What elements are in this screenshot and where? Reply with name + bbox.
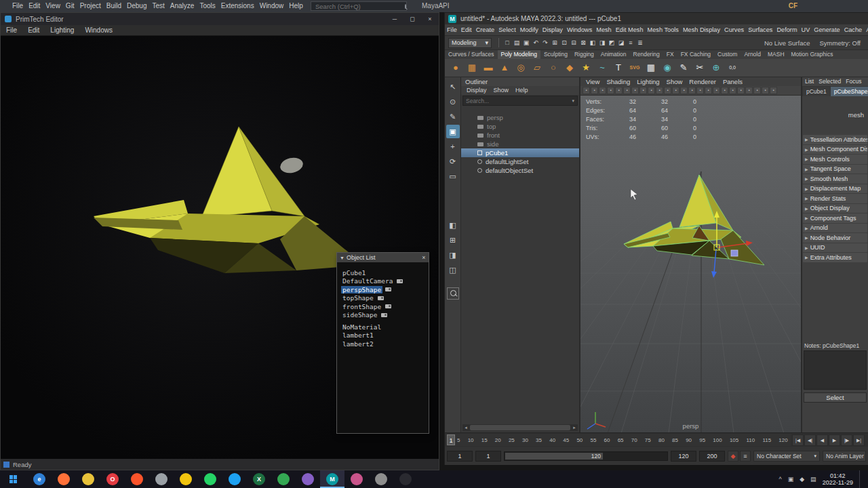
live-surface-label[interactable]: No Live Surface (764, 39, 810, 47)
maya-menu-item[interactable]: Deform (774, 24, 799, 35)
menu-set-dropdown[interactable]: Modeling ▾ (448, 38, 492, 48)
taskbar-app[interactable] (344, 470, 369, 488)
transport-button[interactable]: |▶ (841, 434, 852, 446)
top-menu-item[interactable]: Tools (197, 0, 218, 12)
attribute-section[interactable]: ▶ Displacement Map (803, 184, 867, 194)
viewport-toolbar-icon[interactable] (607, 87, 614, 94)
top-menu-item[interactable]: Test (149, 0, 167, 12)
object-list-item-label[interactable]: lambert2 (341, 340, 375, 348)
symmetry-label[interactable]: Symmetry: Off (819, 39, 861, 47)
viewport-toolbar-icon[interactable] (623, 87, 631, 94)
top-menu-item[interactable]: View (43, 0, 63, 12)
shelf-tool[interactable]: ○ (546, 60, 561, 75)
attribute-editor-menu-item[interactable]: List (805, 77, 814, 86)
shelf-tool[interactable]: ✎ (676, 60, 691, 75)
primtech-menu-item[interactable]: File (1, 25, 22, 35)
maya-menu-item[interactable]: Display (540, 24, 565, 35)
attribute-section[interactable]: ▶ Mesh Component Display (803, 145, 867, 155)
close-icon[interactable]: × (421, 13, 439, 25)
tool-button[interactable]: ⟳ (446, 155, 460, 168)
attribute-section[interactable]: ▶ Component Tags (803, 214, 867, 223)
maya-menu-item[interactable]: Modify (518, 24, 540, 35)
close-icon[interactable]: × (419, 254, 429, 261)
outliner-item[interactable]: pCube1 (461, 148, 579, 157)
toolbar-icon[interactable]: ▤ (512, 38, 521, 47)
shelf-tab[interactable]: Poly Modeling (498, 50, 540, 59)
outliner-search-box[interactable]: ▾ (462, 96, 578, 106)
shelf-tool[interactable]: ▲ (497, 60, 512, 75)
zoom-tool-icon[interactable] (447, 287, 459, 300)
viewport-toolbar-icon[interactable] (753, 87, 761, 94)
outliner-item[interactable]: top (461, 122, 579, 131)
object-list-item-label[interactable]: pCube1 (341, 269, 367, 277)
toolbar-icon[interactable]: ⊡ (559, 38, 569, 47)
object-list-item[interactable]: sideShape (337, 311, 429, 320)
scrollbar-thumb[interactable] (470, 425, 570, 430)
character-set-dropdown[interactable]: No Character Set ▾ (753, 451, 820, 462)
viewport-toolbar-icon[interactable] (762, 87, 769, 94)
anim-option-button[interactable]: ◆ (728, 451, 738, 462)
outliner-menu-item[interactable]: Show (491, 86, 512, 95)
viewport-menu-item[interactable]: Lighting (633, 77, 663, 86)
shelf-tab[interactable]: Motion Graphics (788, 50, 837, 59)
scroll-right-icon[interactable]: ▸ (571, 425, 578, 430)
taskbar-app[interactable]: O (100, 470, 125, 488)
tray-icon[interactable]: ▣ (788, 476, 794, 483)
attribute-editor-menu-item[interactable]: Focus (846, 77, 861, 86)
maya-menu-item[interactable]: Generate (812, 24, 842, 35)
layout-button[interactable]: ⊞ (446, 233, 460, 247)
viewport-toolbar-icon[interactable] (599, 87, 606, 94)
shelf-tab[interactable]: Sculpting (540, 50, 571, 59)
tray-icon[interactable]: ▤ (810, 476, 816, 483)
viewport-toolbar-icon[interactable] (648, 87, 655, 94)
shelf-tab[interactable]: Animation (597, 50, 630, 59)
start-button[interactable] (0, 470, 27, 488)
taskbar-app[interactable] (52, 470, 76, 488)
notes-field[interactable] (804, 350, 867, 390)
shelf-tool[interactable]: ▱ (530, 60, 545, 75)
attribute-section[interactable]: ▶ UUID (803, 243, 867, 253)
tray-icon[interactable]: ^ (778, 476, 781, 483)
transport-button[interactable]: ▶| (853, 434, 865, 446)
outliner-item[interactable]: defaultObjectSet (461, 166, 579, 175)
range-slider-track[interactable]: 120 (504, 451, 668, 461)
object-list-item-label[interactable]: sideShape (341, 311, 378, 319)
transport-button[interactable]: |◀ (792, 434, 804, 446)
object-list-item[interactable]: lambert1 (337, 331, 429, 340)
playback-end-field[interactable]: 120 (671, 451, 696, 462)
maya-menu-item[interactable]: Edit Mesh (614, 24, 646, 35)
shelf-tool[interactable]: ★ (578, 60, 593, 75)
search-input[interactable] (311, 3, 405, 10)
toolbar-icon[interactable]: ≡ (626, 38, 635, 47)
taskbar-app[interactable] (174, 470, 198, 488)
maya-menu-item[interactable]: UV (800, 24, 812, 35)
object-list-panel[interactable]: ▼ Object List × pCube1 DefaultCamera per… (337, 253, 429, 433)
shelf-tool[interactable]: ▦ (465, 60, 479, 75)
viewport-toolbar-icon[interactable] (583, 87, 590, 94)
viewport-toolbar-icon[interactable] (656, 87, 663, 94)
viewport-toolbar-icon[interactable] (713, 87, 720, 94)
shelf-tab[interactable]: MASH (764, 50, 788, 59)
maya-titlebar[interactable]: M untitled* - Autodesk MAYA 2022.3: unti… (445, 13, 868, 24)
shelf-tool[interactable]: ~ (595, 60, 610, 75)
anim-option-button[interactable]: ≡ (740, 451, 751, 462)
viewport-toolbar-icon[interactable] (737, 87, 745, 94)
viewport-canvas[interactable]: Verts: 32 32 0 Edges: 64 64 0 Faces: (580, 96, 801, 432)
maya-menu-item[interactable]: Mesh Display (681, 24, 722, 35)
primtech-menu-item[interactable]: Edit (22, 25, 45, 35)
toolbar-icon[interactable]: ◪ (616, 38, 626, 47)
top-menu-item[interactable]: File (9, 0, 26, 12)
viewport-toolbar-icon[interactable] (745, 87, 753, 94)
object-list-item-label[interactable]: topShape (341, 294, 375, 302)
outliner-hscrollbar[interactable]: ◂ ▸ (462, 424, 578, 431)
shelf-tab[interactable]: FX (663, 50, 677, 59)
viewport-menu-item[interactable]: Panels (719, 77, 746, 86)
toolbar-icon[interactable]: ↶ (531, 38, 540, 47)
top-menu-item[interactable]: Project (77, 0, 104, 12)
outliner-item[interactable]: front (461, 131, 579, 140)
maximize-icon[interactable]: ◻ (403, 13, 421, 25)
anim-layer-dropdown[interactable]: No Anim Layer (823, 451, 866, 462)
maya-menu-item[interactable]: Cache (842, 24, 865, 35)
current-frame-marker[interactable]: 1 (447, 434, 455, 445)
maya-menu-item[interactable]: Select (496, 24, 518, 35)
